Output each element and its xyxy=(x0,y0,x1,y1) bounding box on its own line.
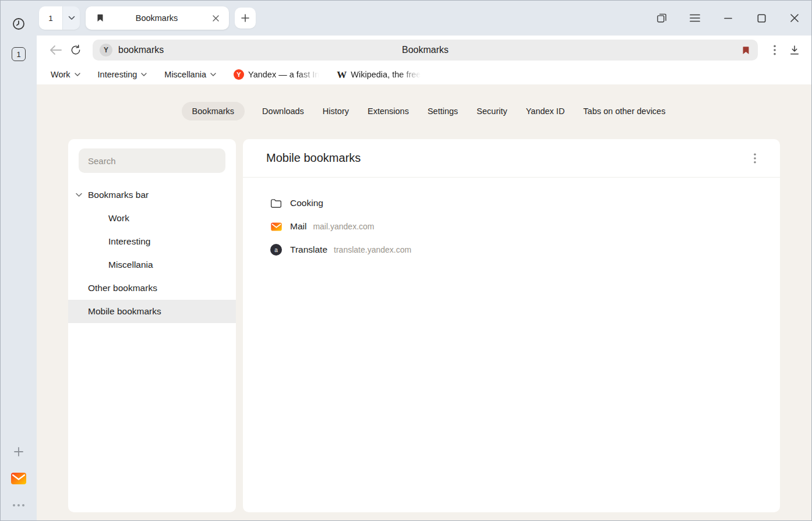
list-item-translate[interactable]: a Translate translate.yandex.com xyxy=(270,238,780,261)
tab-count-badge[interactable]: 1 xyxy=(12,47,26,61)
tab-bookmarks[interactable]: Bookmarks xyxy=(182,102,245,120)
more-dots-icon[interactable] xyxy=(10,497,27,513)
tree-item-label: Other bookmarks xyxy=(88,283,157,293)
bookmarks-bar-folder-miscellania[interactable]: Miscellania xyxy=(164,70,216,79)
window-controls xyxy=(654,10,802,26)
tab-extensions[interactable]: Extensions xyxy=(366,102,410,120)
toolbar-kebab-icon[interactable] xyxy=(765,40,785,60)
folder-label: Miscellania xyxy=(164,70,206,79)
tree-item-label: Mobile bookmarks xyxy=(88,306,161,317)
tree-item-label: Miscellania xyxy=(108,260,153,270)
browser-tab-bookmarks[interactable]: Bookmarks xyxy=(86,6,229,30)
mail-favicon-icon xyxy=(270,222,283,232)
tab-security[interactable]: Security xyxy=(475,102,508,120)
tab-close-icon[interactable] xyxy=(208,10,223,26)
tab-settings[interactable]: Settings xyxy=(426,102,459,120)
yandex-mail-icon[interactable] xyxy=(10,470,27,487)
manager-body: Bookmarks bar Work Interesting Miscellan… xyxy=(68,139,780,512)
list-title: Mobile bookmarks xyxy=(266,151,361,165)
bookmark-flag-icon[interactable] xyxy=(741,45,751,56)
bookmark-label: Wikipedia, the free xyxy=(351,70,421,79)
menu-hamburger-icon[interactable] xyxy=(687,10,702,26)
browser-toolbar: Y bookmarks Bookmarks xyxy=(37,36,811,65)
side-panel-toggle-icon[interactable] xyxy=(654,10,669,26)
close-button[interactable] xyxy=(787,10,802,26)
yandex-favicon-icon: Y xyxy=(234,69,244,80)
address-bar[interactable]: Y bookmarks Bookmarks xyxy=(93,40,758,61)
tree-item-label: Interesting xyxy=(108,236,150,247)
back-button[interactable] xyxy=(46,40,66,60)
bookmark-list: Cooking xyxy=(243,178,780,261)
tab-strip: 1 Bookmarks xyxy=(37,1,811,36)
side-rail-bottom xyxy=(10,444,27,513)
history-clock-icon[interactable] xyxy=(10,16,27,32)
folder-tree: Bookmarks bar Work Interesting Miscellan… xyxy=(68,183,236,323)
list-header: Mobile bookmarks xyxy=(243,139,780,178)
wikipedia-favicon-icon: W xyxy=(337,70,347,80)
folder-label: Work xyxy=(51,70,70,79)
list-item-cooking[interactable]: Cooking xyxy=(270,192,780,215)
reload-button[interactable] xyxy=(66,40,86,60)
tab-downloads[interactable]: Downloads xyxy=(261,102,305,120)
tab-title: Bookmarks xyxy=(105,13,208,23)
list-kebab-icon[interactable] xyxy=(746,150,764,167)
manager-nav: Bookmarks Downloads History Extensions S… xyxy=(37,102,811,120)
bookmarks-bar: Work Interesting Miscellania Y Yandex — … xyxy=(37,65,811,84)
list-item-mail[interactable]: Mail mail.yandex.com xyxy=(270,215,780,238)
new-tab-button[interactable] xyxy=(235,8,256,29)
minimize-button[interactable] xyxy=(721,10,736,26)
tab-yandex-id[interactable]: Yandex ID xyxy=(525,102,566,120)
tree-item-bookmarks-bar[interactable]: Bookmarks bar xyxy=(68,183,236,207)
tree-item-label: Work xyxy=(108,213,129,224)
bookmark-favicon-icon xyxy=(95,13,105,23)
tree-item-label: Bookmarks bar xyxy=(88,190,149,200)
tree-item-other-bookmarks[interactable]: Other bookmarks xyxy=(68,277,236,300)
folders-panel: Bookmarks bar Work Interesting Miscellan… xyxy=(68,139,236,512)
page-title-center: Bookmarks xyxy=(93,45,758,55)
tab-history[interactable]: History xyxy=(322,102,350,120)
bookmarks-manager-page: Bookmarks Downloads History Extensions S… xyxy=(37,84,811,520)
chevron-down-icon xyxy=(75,73,80,76)
main-column: 1 Bookmarks xyxy=(37,1,811,520)
tree-item-miscellania[interactable]: Miscellania xyxy=(68,253,236,277)
bookmark-name: Translate xyxy=(290,244,327,255)
translate-favicon-icon: a xyxy=(270,244,283,256)
downloads-button[interactable] xyxy=(785,40,804,60)
bookmarks-bar-link-yandex[interactable]: Y Yandex — a fast In xyxy=(234,69,319,80)
side-rail-top: 1 xyxy=(10,16,27,61)
maximize-button[interactable] xyxy=(754,10,769,26)
bookmark-name: Mail xyxy=(290,221,306,232)
bookmark-label: Yandex — a fast In xyxy=(248,70,319,79)
tree-item-interesting[interactable]: Interesting xyxy=(68,230,236,253)
chevron-down-icon xyxy=(141,73,147,76)
tab-other-devices[interactable]: Tabs on other devices xyxy=(582,102,666,120)
chevron-down-icon xyxy=(210,73,216,76)
tab-group-button[interactable]: 1 xyxy=(39,6,80,30)
chevron-down-icon[interactable] xyxy=(62,6,80,30)
chevron-down-icon[interactable] xyxy=(76,193,82,197)
side-rail: 1 xyxy=(1,1,37,520)
bookmarks-list-panel: Mobile bookmarks Cooking xyxy=(243,139,780,512)
add-widget-icon[interactable] xyxy=(10,444,27,460)
bookmark-name: Cooking xyxy=(290,198,323,208)
bookmarks-bar-link-wikipedia[interactable]: W Wikipedia, the free xyxy=(337,70,421,80)
bookmark-url: mail.yandex.com xyxy=(313,222,374,231)
bookmark-url: translate.yandex.com xyxy=(334,245,411,254)
tab-group-count: 1 xyxy=(39,6,62,30)
search-input[interactable] xyxy=(79,148,225,173)
browser-window: 1 1 xyxy=(0,0,812,521)
folder-icon xyxy=(270,199,283,208)
bookmarks-bar-folder-work[interactable]: Work xyxy=(51,70,80,79)
tree-item-work[interactable]: Work xyxy=(68,207,236,230)
tree-item-mobile-bookmarks[interactable]: Mobile bookmarks xyxy=(68,300,236,323)
bookmarks-bar-folder-interesting[interactable]: Interesting xyxy=(98,70,147,79)
folder-label: Interesting xyxy=(98,70,137,79)
address-url[interactable]: bookmarks xyxy=(118,45,164,55)
